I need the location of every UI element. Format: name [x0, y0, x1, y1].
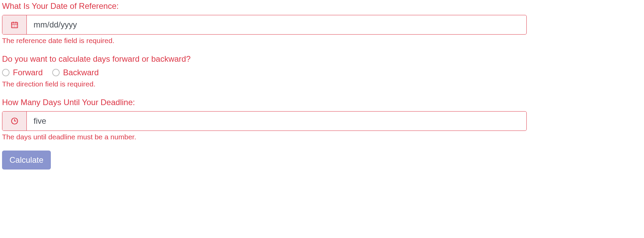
direction-label: Do you want to calculate days forward or… — [2, 54, 527, 64]
days-until-error: The days until deadline must be a number… — [2, 133, 527, 141]
calculate-button[interactable]: Calculate — [2, 151, 51, 170]
direction-group: Do you want to calculate days forward or… — [2, 54, 527, 88]
direction-error: The direction field is required. — [2, 80, 527, 88]
days-until-label: How Many Days Until Your Deadline: — [2, 98, 527, 107]
reference-date-input[interactable] — [27, 15, 526, 34]
reference-date-group: What Is Your Date of Reference: The r — [2, 1, 527, 45]
direction-forward-label: Forward — [13, 68, 43, 77]
days-until-group: How Many Days Until Your Deadline: The d… — [2, 98, 527, 141]
reference-date-input-group — [2, 15, 527, 35]
radio-circle-icon — [52, 69, 60, 76]
radio-circle-icon — [2, 69, 9, 76]
days-until-input[interactable] — [27, 112, 526, 131]
direction-forward-radio[interactable]: Forward — [2, 68, 43, 77]
direction-backward-radio[interactable]: Backward — [52, 68, 99, 77]
days-until-input-group — [2, 111, 527, 131]
direction-radio-row: Forward Backward — [2, 68, 527, 77]
reference-date-error: The reference date field is required. — [2, 37, 527, 45]
clock-icon — [2, 112, 27, 131]
reference-date-label: What Is Your Date of Reference: — [2, 1, 527, 11]
calendar-icon — [2, 15, 27, 34]
direction-backward-label: Backward — [63, 68, 99, 77]
